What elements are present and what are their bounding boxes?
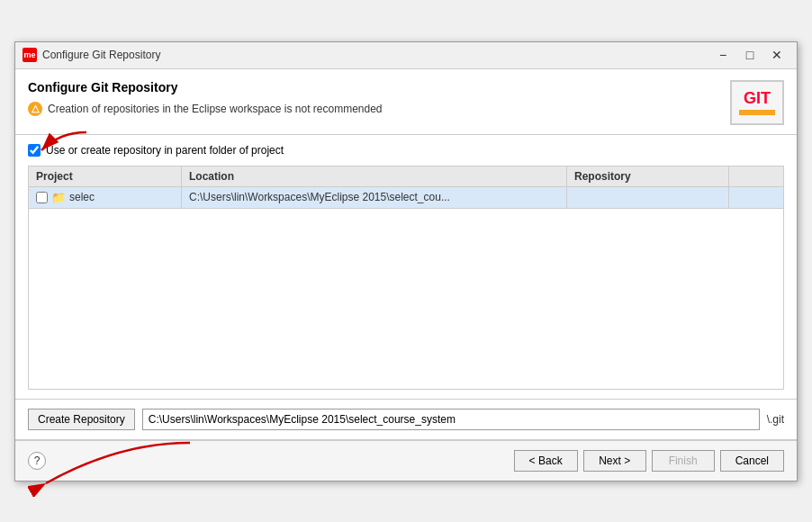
warning-icon: △ xyxy=(28,102,42,116)
cancel-button[interactable]: Cancel xyxy=(720,450,784,472)
col-repository: Repository xyxy=(567,166,729,186)
cell-project: 📁 selec xyxy=(29,187,182,208)
table-empty-area xyxy=(29,209,783,389)
cell-extra xyxy=(729,187,783,208)
git-suffix: \.git xyxy=(767,413,784,426)
create-repository-section: Create Repository \.git xyxy=(15,399,797,440)
table-header: Project Location Repository xyxy=(29,166,783,187)
dialog-window: me Configure Git Repository − □ ✕ Config… xyxy=(14,41,798,482)
back-button[interactable]: < Back xyxy=(514,450,578,472)
repo-path-input[interactable] xyxy=(142,409,760,430)
project-name: selec xyxy=(69,191,95,203)
dialog-header: Configure Git Repository △ Creation of r… xyxy=(15,69,797,135)
git-logo-text: GIT xyxy=(744,89,771,108)
close-button[interactable]: ✕ xyxy=(764,45,789,65)
title-bar-left: me Configure Git Repository xyxy=(23,48,160,62)
col-location: Location xyxy=(182,166,567,186)
dialog-body: Use or create repository in parent folde… xyxy=(15,135,797,399)
folder-icon: 📁 xyxy=(51,191,66,204)
create-repo-row: Create Repository \.git xyxy=(28,409,784,430)
minimize-button[interactable]: − xyxy=(710,45,735,65)
col-project: Project xyxy=(29,166,182,186)
dialog-header-content: Configure Git Repository △ Creation of r… xyxy=(28,80,730,116)
git-logo-bar xyxy=(739,110,775,115)
arrow-from-create-repo xyxy=(28,434,208,497)
row-checkbox[interactable] xyxy=(36,192,48,203)
checkbox-row: Use or create repository in parent folde… xyxy=(28,144,784,157)
warning-row: △ Creation of repositories in the Eclips… xyxy=(28,102,730,116)
cell-repository xyxy=(567,187,729,208)
warning-text: Creation of repositories in the Eclipse … xyxy=(48,103,383,115)
next-button[interactable]: Next > xyxy=(583,450,646,472)
window-controls: − □ ✕ xyxy=(710,45,789,65)
arrow-to-checkbox xyxy=(23,128,95,164)
window-title: Configure Git Repository xyxy=(42,49,160,61)
dialog-title: Configure Git Repository xyxy=(28,80,730,94)
location-path: C:\Users\lin\Workspaces\MyEclipse 2015\s… xyxy=(189,191,450,203)
finish-button[interactable]: Finish xyxy=(652,450,715,472)
table-row[interactable]: 📁 selec C:\Users\lin\Workspaces\MyEclips… xyxy=(29,187,783,209)
git-logo: GIT xyxy=(730,80,784,125)
col-extra xyxy=(729,166,783,186)
title-bar: me Configure Git Repository − □ ✕ xyxy=(15,42,797,69)
create-repository-button[interactable]: Create Repository xyxy=(28,409,135,430)
maximize-button[interactable]: □ xyxy=(737,45,762,65)
app-icon: me xyxy=(23,48,37,62)
cell-location: C:\Users\lin\Workspaces\MyEclipse 2015\s… xyxy=(182,187,567,208)
footer-right: < Back Next > Finish Cancel xyxy=(514,450,784,472)
project-table: Project Location Repository 📁 selec C:\U… xyxy=(28,166,784,390)
